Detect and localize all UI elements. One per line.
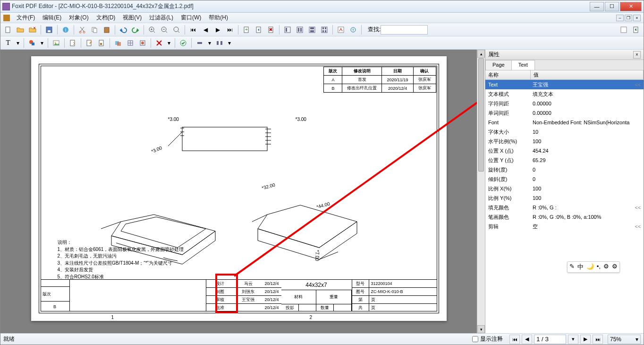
- text-tool-dropdown[interactable]: ▾: [15, 37, 21, 49]
- tool-c-button[interactable]: [84, 37, 95, 49]
- property-row[interactable]: Text王宝强<<: [485, 80, 644, 89]
- menu-item[interactable]: 帮助(H): [205, 13, 232, 22]
- copy-button[interactable]: [89, 24, 100, 35]
- delete-page-button[interactable]: [265, 24, 277, 35]
- ime-button[interactable]: •,: [597, 263, 601, 271]
- show-annotations-checkbox[interactable]: 显示注释: [472, 335, 503, 343]
- tool-a-button[interactable]: [335, 24, 347, 35]
- menu-item[interactable]: 对象(O): [65, 13, 92, 22]
- property-row[interactable]: 字符间距0.00000: [485, 99, 644, 108]
- prev-page-button[interactable]: ◀: [200, 24, 211, 35]
- scroll-down-button[interactable]: ▾: [477, 325, 485, 333]
- shape-tool-button[interactable]: [26, 37, 38, 49]
- property-row[interactable]: 字体大小10: [485, 127, 644, 137]
- property-row[interactable]: 水平比例(%)100: [485, 137, 644, 146]
- property-row[interactable]: 单词间距0.00000: [485, 108, 644, 118]
- nav-next-button[interactable]: ▶: [580, 335, 591, 344]
- ime-button[interactable]: ⚙: [603, 263, 609, 271]
- property-row[interactable]: 比例 Y(%)100: [485, 193, 644, 203]
- tool-b-button[interactable]: T: [347, 24, 359, 35]
- image-tool-button[interactable]: [51, 37, 62, 49]
- pdf-page[interactable]: 版次修改说明日期确认 A首发2020/11/19张庆军B修改出纤孔位置2020/…: [31, 56, 447, 321]
- menu-item[interactable]: 文件(F): [13, 13, 39, 22]
- ime-button[interactable]: 🌙: [586, 263, 594, 271]
- nav-prev-button[interactable]: ◀: [522, 335, 532, 344]
- scroll-up-button[interactable]: ▴: [477, 50, 485, 58]
- layout4-button[interactable]: [319, 24, 330, 35]
- tool-k-dropdown[interactable]: ▾: [226, 37, 233, 49]
- shape-tool-dropdown[interactable]: ▾: [39, 37, 45, 49]
- tool-d-button[interactable]: [96, 37, 107, 49]
- property-row[interactable]: 旋转(度)0: [485, 165, 644, 174]
- nav-first-button[interactable]: ⏮: [509, 335, 520, 344]
- layout2-button[interactable]: [294, 24, 305, 35]
- tool-k-button[interactable]: [214, 37, 225, 49]
- layout3-button[interactable]: [306, 24, 318, 35]
- mdi-restore[interactable]: ❐: [625, 15, 632, 21]
- property-row[interactable]: 剪辑空<<: [485, 222, 644, 231]
- tab-page[interactable]: Page: [485, 60, 512, 70]
- tool-g-button[interactable]: [137, 37, 148, 49]
- tab-text[interactable]: Text: [511, 60, 535, 70]
- menu-item[interactable]: 过滤器(L): [145, 13, 177, 22]
- tool-e-button[interactable]: [112, 37, 124, 49]
- export-button[interactable]: [630, 24, 642, 35]
- info-button[interactable]: i: [60, 24, 71, 35]
- import-page-button[interactable]: [253, 24, 264, 35]
- ime-toolbar[interactable]: ✎中🌙•,⚙⚙: [567, 261, 620, 273]
- page-edit-button[interactable]: [67, 37, 78, 49]
- add-page-button[interactable]: +: [241, 24, 252, 35]
- tool-f-button[interactable]: [125, 37, 136, 49]
- properties-body[interactable]: Text王宝强<<文本模式填充文本字符间距0.00000单词间距0.00000F…: [485, 80, 644, 333]
- ime-button[interactable]: ⚙: [612, 263, 618, 271]
- menu-item[interactable]: 文档(D): [93, 13, 119, 22]
- page-dropdown-button[interactable]: ▾: [568, 335, 578, 344]
- next-page-button[interactable]: ▶: [212, 24, 223, 35]
- tool-j-button[interactable]: [194, 37, 205, 49]
- property-row[interactable]: 笔画颜色R :0%, G :0%, B :0%, a:100%: [485, 212, 644, 222]
- tool-h-dropdown[interactable]: ▾: [166, 37, 172, 49]
- options-button[interactable]: [618, 24, 629, 35]
- menu-item[interactable]: 编辑(E): [39, 13, 65, 22]
- zoom-fit-button[interactable]: [171, 24, 182, 35]
- redo-button[interactable]: [130, 24, 141, 35]
- menu-item[interactable]: 窗口(W): [177, 13, 205, 22]
- ime-button[interactable]: 中: [577, 263, 584, 271]
- zoom-in-button[interactable]: [146, 24, 158, 35]
- minimize-button[interactable]: —: [590, 2, 604, 11]
- vertical-scrollbar[interactable]: ▴ ▾: [477, 50, 485, 333]
- maximize-button[interactable]: ☐: [605, 2, 619, 11]
- mdi-minimize[interactable]: –: [616, 15, 624, 21]
- new-button[interactable]: [2, 24, 14, 35]
- nav-last-button[interactable]: ⏭: [593, 335, 603, 344]
- property-row[interactable]: 位置 Y (点)65.29: [485, 155, 644, 165]
- page-input[interactable]: [534, 335, 566, 344]
- ime-button[interactable]: ✎: [569, 263, 575, 271]
- show-annotations-input[interactable]: [472, 336, 478, 342]
- property-row[interactable]: 文本模式填充文本: [485, 89, 644, 99]
- tool-h-button[interactable]: [153, 37, 165, 49]
- menu-item[interactable]: 视图(V): [119, 13, 145, 22]
- property-row[interactable]: 填充颜色R :0%, G :<<: [485, 203, 644, 212]
- property-row[interactable]: 比例 X(%)100: [485, 184, 644, 193]
- mdi-close[interactable]: ×: [633, 15, 641, 21]
- search-input[interactable]: [381, 25, 428, 34]
- properties-close-button[interactable]: ×: [633, 51, 641, 59]
- canvas-viewport[interactable]: 版次修改说明日期确认 A首发2020/11/19张庆军B修改出纤孔位置2020/…: [0, 50, 477, 333]
- layout1-button[interactable]: [282, 24, 293, 35]
- zoom-out-button[interactable]: [159, 24, 170, 35]
- tool-j-dropdown[interactable]: ▾: [206, 37, 213, 49]
- undo-button[interactable]: [118, 24, 129, 35]
- text-tool-button[interactable]: T: [2, 37, 14, 49]
- save-button[interactable]: [43, 24, 55, 35]
- zoom-select[interactable]: 75%▾: [608, 335, 641, 344]
- tool-i-button[interactable]: [178, 37, 189, 49]
- close-doc-button[interactable]: [27, 24, 38, 35]
- property-row[interactable]: FontNon-Embedded Font: NSimSun(Horizonta: [485, 118, 644, 127]
- cut-button[interactable]: [76, 24, 88, 35]
- scroll-thumb[interactable]: [478, 58, 484, 172]
- property-row[interactable]: 位置 X (点)454.24: [485, 146, 644, 155]
- close-button[interactable]: ✕: [620, 2, 642, 11]
- last-page-button[interactable]: ⏭: [224, 24, 236, 35]
- property-row[interactable]: 倾斜(度)0: [485, 174, 644, 184]
